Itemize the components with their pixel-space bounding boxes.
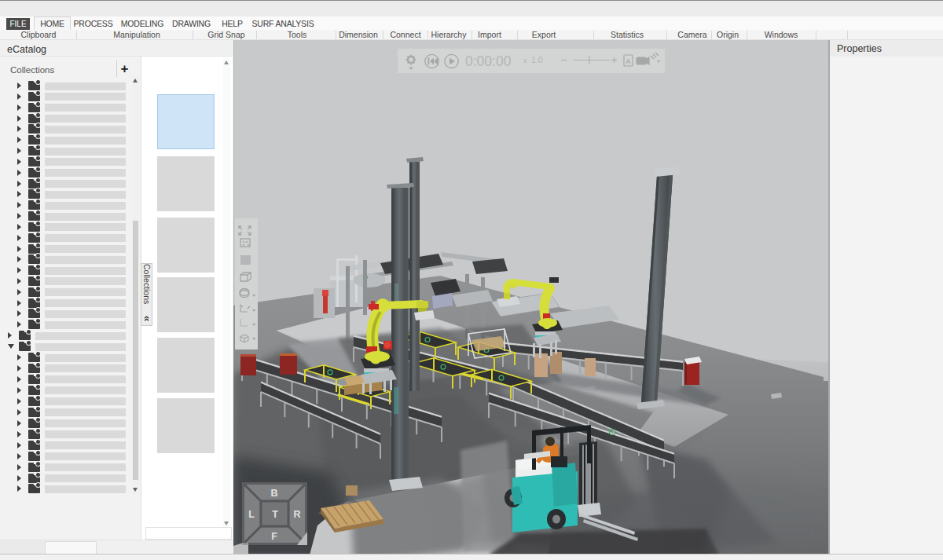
svg-text:1.0: 1.0 [531, 55, 543, 64]
svg-text:R: R [293, 509, 300, 520]
svg-text:x: x [523, 57, 527, 64]
svg-text:F: F [271, 531, 277, 542]
svg-text:T: T [272, 509, 278, 520]
svg-text:0:00:00: 0:00:00 [465, 53, 512, 69]
svg-text:L: L [248, 509, 255, 520]
svg-text:B: B [270, 488, 277, 499]
